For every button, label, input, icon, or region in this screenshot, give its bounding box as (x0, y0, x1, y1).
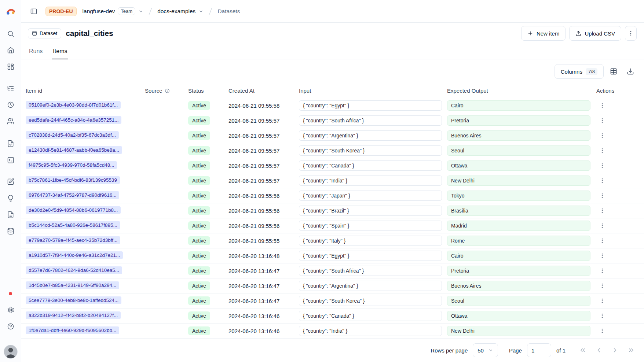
item-id-link[interactable]: de30d2e0-f5d9-4854-88b6-0619771b8... (26, 206, 121, 214)
item-id-link[interactable]: 05109ef0-2e3b-4e03-98dd-8f7d01b61f... (26, 101, 121, 109)
row-actions-button[interactable] (596, 295, 608, 307)
input-value[interactable]: { "country": "South Korea" } (299, 296, 442, 306)
home-icon (7, 47, 14, 54)
sidebar-item-tracing[interactable] (4, 82, 17, 95)
previous-page-button[interactable] (593, 344, 605, 357)
row-actions-button[interactable] (596, 325, 608, 337)
expected-output-value[interactable]: Pretoria (447, 266, 590, 276)
row-actions-button[interactable] (596, 115, 608, 126)
row-actions-button[interactable] (596, 310, 608, 322)
sidebar-item-annotation[interactable] (4, 175, 17, 188)
input-value[interactable]: { "country": "Canada" } (299, 311, 442, 321)
sidebar-item-home[interactable] (4, 44, 17, 57)
expected-output-value[interactable]: Seoul (447, 296, 590, 306)
input-value[interactable]: { "country": "Argentina" } (299, 130, 442, 141)
expected-output-value[interactable]: Ottawa (447, 160, 590, 171)
new-item-button[interactable]: New item (521, 26, 566, 41)
input-value[interactable]: { "country": "South Africa" } (299, 266, 442, 276)
input-value[interactable]: { "country": "Brazil" } (299, 206, 442, 216)
input-value[interactable]: { "country": "India" } (299, 176, 442, 186)
input-value[interactable]: { "country": "Egypt" } (299, 100, 442, 111)
row-actions-button[interactable] (596, 235, 608, 247)
item-id-link[interactable]: 1f0e7da1-dbff-4e60-929d-f6095602bb... (26, 326, 119, 334)
info-icon[interactable] (165, 88, 170, 93)
input-value[interactable]: { "country": "Italy" } (299, 236, 442, 246)
sidebar-item-support[interactable] (4, 320, 17, 333)
row-actions-button[interactable] (596, 280, 608, 292)
expected-output-value[interactable]: Brasília (447, 206, 590, 216)
expected-output-value[interactable]: New Delhi (447, 326, 590, 336)
export-button[interactable] (623, 64, 637, 78)
dataset-more-actions-button[interactable] (625, 26, 637, 41)
item-id-link[interactable]: e12430df-5e81-4687-aabb-f0ea65be8a... (26, 146, 122, 154)
input-value[interactable]: { "country": "South Africa" } (299, 115, 442, 126)
item-id-link[interactable]: eed5dafe-244f-465c-a84c-4a6e357251... (26, 116, 121, 124)
sidebar-item-evals[interactable] (4, 137, 17, 150)
row-height-button[interactable] (607, 64, 621, 78)
input-value[interactable]: { "country": "South Korea" } (299, 145, 442, 156)
expected-output-value[interactable]: Tokyo (447, 191, 590, 201)
sidebar-item-playground[interactable] (4, 154, 17, 167)
input-value[interactable]: { "country": "Argentina" } (299, 281, 442, 291)
expected-output-value[interactable]: New Delhi (447, 176, 590, 186)
input-value[interactable]: { "country": "Egypt" } (299, 251, 442, 261)
sidebar-item-prompts[interactable] (4, 192, 17, 205)
row-actions-button[interactable] (596, 265, 608, 277)
search-button[interactable] (4, 27, 17, 40)
expected-output-value[interactable]: Madrid (447, 221, 590, 231)
input-value[interactable]: { "country": "Canada" } (299, 160, 442, 171)
sidebar-toggle-button[interactable] (27, 5, 40, 18)
item-id-link[interactable]: d557e7d6-7802-4624-9da6-52d410ea5... (26, 266, 122, 274)
input-value[interactable]: { "country": "Japan" } (299, 191, 442, 201)
sidebar-item-users[interactable] (4, 115, 17, 128)
next-page-button[interactable] (609, 344, 621, 357)
row-actions-button[interactable] (596, 100, 608, 111)
expected-output-value[interactable]: Rome (447, 236, 590, 246)
langfuse-logo-icon[interactable] (6, 6, 16, 16)
tab-items[interactable]: Items (52, 44, 68, 59)
expected-output-value[interactable]: Cairo (447, 100, 590, 111)
row-actions-button[interactable] (596, 175, 608, 186)
rows-per-page-select[interactable]: 50 (473, 343, 498, 357)
item-id-link[interactable]: 5cee7779-3e00-4eb8-be8c-1affedd524... (26, 296, 121, 304)
row-actions-button[interactable] (596, 130, 608, 141)
item-id-link[interactable]: 1d45b0e7-b85a-4231-9149-6ff90a294... (26, 281, 119, 289)
expected-output-value[interactable]: Buenos Aires (447, 281, 590, 291)
sidebar-item-dashboards[interactable] (4, 60, 17, 73)
item-id-link[interactable]: 69764737-34af-4752-9787-d90df9616... (26, 191, 119, 199)
project-switcher[interactable]: docs-examples (156, 7, 205, 16)
expected-output-value[interactable]: Cairo (447, 251, 590, 261)
item-id-link[interactable]: c702838d-24d5-40a2-bf35-67dc3a3df... (26, 131, 119, 139)
row-actions-button[interactable] (596, 160, 608, 171)
last-page-button[interactable] (625, 344, 637, 357)
item-id-link[interactable]: e779a270-579a-4f45-aec4-35b72d3bff... (26, 236, 120, 244)
sidebar-item-sessions[interactable] (4, 98, 17, 111)
item-id-link[interactable]: b75c7861-1fbe-45cf-bdf6-83f139c95539 (26, 176, 120, 184)
tab-runs[interactable]: Runs (28, 44, 44, 59)
item-id-link[interactable]: a322b319-9412-4f43-b8f2-b20484127f... (26, 311, 121, 319)
sidebar-item-settings[interactable] (4, 303, 17, 317)
item-id-link[interactable]: b5c144cd-52a5-4a80-926e-58617f895... (26, 221, 120, 229)
status-cell: Active (188, 206, 228, 215)
expected-output-value[interactable]: Buenos Aires (447, 130, 590, 141)
columns-button[interactable]: Columns 7/8 (555, 64, 604, 79)
sidebar-item-docs[interactable] (4, 208, 17, 221)
row-actions-button[interactable] (596, 250, 608, 262)
row-actions-button[interactable] (596, 205, 608, 217)
row-actions-button[interactable] (596, 220, 608, 232)
user-avatar[interactable] (4, 345, 18, 359)
page-number-input[interactable] (527, 343, 551, 357)
input-value[interactable]: { "country": "India" } (299, 326, 442, 336)
expected-output-value[interactable]: Pretoria (447, 115, 590, 126)
expected-output-value[interactable]: Ottawa (447, 311, 590, 321)
expected-output-value[interactable]: Seoul (447, 145, 590, 156)
item-id-link[interactable]: a1910d57-7f84-440c-9e46-a31c2d7e21... (26, 251, 123, 259)
row-actions-button[interactable] (596, 145, 608, 156)
first-page-button[interactable] (577, 344, 589, 357)
upload-csv-button[interactable]: Upload CSV (569, 26, 621, 41)
input-value[interactable]: { "country": "Spain" } (299, 221, 442, 231)
row-actions-button[interactable] (596, 190, 608, 202)
item-id-link[interactable]: f4975c95-5fc3-4939-970d-58fa5cd48... (26, 161, 117, 169)
sidebar-item-datasets[interactable] (4, 225, 17, 238)
org-switcher[interactable]: langfuse-dev Team (81, 6, 145, 16)
